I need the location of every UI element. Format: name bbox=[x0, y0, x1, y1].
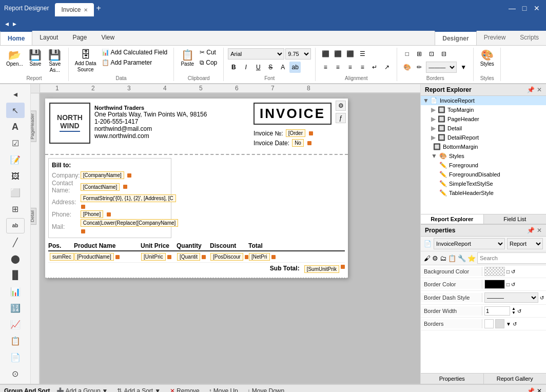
props-tool-star[interactable]: ⭐ bbox=[467, 254, 476, 262]
forward-btn[interactable]: ▸ bbox=[12, 18, 17, 29]
paste-btn[interactable]: 📋 Paste bbox=[178, 48, 197, 68]
props-tool-clipboard[interactable]: 📋 bbox=[448, 254, 456, 262]
minimize-btn[interactable]: — bbox=[507, 3, 517, 13]
borders-btn[interactable]: ↺ bbox=[513, 321, 517, 327]
gsort-close-btn[interactable]: ✕ bbox=[537, 387, 542, 392]
tab-field-list[interactable]: Field List bbox=[484, 214, 547, 224]
outdent-btn[interactable]: ↗ bbox=[381, 62, 393, 73]
borderdash-btn[interactable]: ↺ bbox=[540, 295, 544, 301]
tree-item-pageheader[interactable]: ▶ 🔲 PageHeader bbox=[421, 114, 546, 124]
tab-report-gallery[interactable]: Report Gallery bbox=[484, 374, 547, 384]
gsort-add-sort-btn[interactable]: ⇅ Add a Sort ▼ bbox=[114, 386, 164, 392]
pointer-tool[interactable]: ↖ bbox=[6, 103, 25, 118]
border-dropdown-btn[interactable]: ▼ bbox=[458, 62, 469, 73]
highlight-btn[interactable]: ab bbox=[289, 62, 301, 73]
justify-btn[interactable]: ☰ bbox=[357, 48, 368, 60]
align-top-left-btn[interactable]: ⬛ bbox=[320, 48, 331, 60]
underline-btn[interactable]: U bbox=[252, 62, 264, 73]
rect-tool[interactable]: ⬜ bbox=[6, 185, 25, 201]
italic-btn[interactable]: I bbox=[240, 62, 251, 73]
borderwidth-input[interactable] bbox=[484, 306, 510, 316]
tab-properties[interactable]: Properties bbox=[421, 374, 484, 384]
tab-home[interactable]: Home bbox=[0, 31, 32, 45]
save-btn[interactable]: 💾 Save bbox=[26, 48, 45, 68]
tree-item-foreground[interactable]: ✏️ Foreground bbox=[421, 161, 546, 170]
chart-tool[interactable]: 📊 bbox=[6, 284, 25, 299]
grid-tool[interactable]: ⊞ bbox=[6, 202, 25, 217]
tree-item-root[interactable]: ▼ 📄 InvoiceReport bbox=[421, 96, 546, 105]
tab-designer[interactable]: Designer bbox=[435, 31, 476, 45]
misc-tool[interactable]: ⊙ bbox=[6, 366, 25, 382]
image-tool[interactable]: 🖼 bbox=[6, 168, 25, 184]
add-data-source-btn[interactable]: 🗄 Add DataSource bbox=[73, 48, 99, 74]
bgcolor-btn2[interactable]: ↺ bbox=[511, 269, 515, 275]
explorer-pin-btn[interactable]: 📌 bbox=[527, 86, 535, 93]
line-tool[interactable]: ╱ bbox=[6, 234, 25, 250]
font-size-select[interactable]: 9.75 bbox=[285, 48, 311, 60]
border-style4-btn[interactable]: ⊟ bbox=[438, 48, 450, 60]
barcode-tool[interactable]: ▐▌ bbox=[6, 267, 25, 283]
tree-item-topmargin[interactable]: ▶ 🔲 TopMargin bbox=[421, 105, 546, 114]
align-center-btn[interactable]: ≡ bbox=[332, 62, 343, 73]
bgcolor-btn1[interactable]: □ bbox=[506, 269, 510, 275]
tab-view[interactable]: View bbox=[94, 31, 122, 45]
checkbox-tool[interactable]: ☑ bbox=[6, 135, 25, 151]
border-style2-btn[interactable]: ⊞ bbox=[414, 48, 425, 60]
cut-btn[interactable]: ✂ Cut bbox=[198, 48, 219, 57]
settings-icon-btn[interactable]: ⚙ bbox=[336, 101, 346, 111]
tree-item-detailreport[interactable]: ▶ 🔲 DetailReport bbox=[421, 133, 546, 142]
align-right-btn[interactable]: ≡ bbox=[344, 62, 356, 73]
back-btn[interactable]: ◂ bbox=[4, 18, 10, 29]
bordercolor-btn2[interactable]: ↺ bbox=[511, 282, 515, 287]
props-tool-paint[interactable]: 🖌 bbox=[424, 254, 431, 262]
align-top-center-btn[interactable]: ⬛ bbox=[332, 48, 343, 60]
borderwidth-down[interactable]: ▼ bbox=[512, 311, 516, 315]
collapse-toolbox-btn[interactable]: ◂ bbox=[6, 86, 25, 102]
tree-item-simpletextstyle[interactable]: ✏️ SimpleTextStylSe bbox=[421, 179, 546, 188]
gauge-tool[interactable]: 🔢 bbox=[6, 301, 25, 316]
borders-dropdown[interactable]: ▼ bbox=[506, 321, 511, 327]
bold-btn[interactable]: B bbox=[228, 62, 239, 73]
gsort-pin-btn[interactable]: 📌 bbox=[527, 387, 535, 392]
add-calculated-field-btn[interactable]: 📊 Add Calculated Field bbox=[100, 48, 170, 57]
props-tool-gear[interactable]: ⚙ bbox=[432, 254, 438, 262]
indent-btn[interactable]: ↵ bbox=[369, 62, 380, 73]
tab-scripts[interactable]: Scripts bbox=[513, 31, 546, 45]
save-as-btn[interactable]: 💾 Save As... bbox=[46, 48, 64, 74]
tree-item-tableheaderstyle[interactable]: ✏️ TableHeaderStyle bbox=[421, 188, 546, 198]
props-close-btn[interactable]: ✕ bbox=[537, 227, 542, 234]
new-tab-btn[interactable]: + bbox=[96, 4, 101, 13]
add-parameter-btn[interactable]: 📋 Add Parameter bbox=[100, 58, 170, 67]
pdf-tool[interactable]: 📄 bbox=[6, 350, 25, 365]
styles-btn[interactable]: 🎨 Styles bbox=[478, 48, 496, 68]
invoice-tab[interactable]: Invoice ✕ bbox=[55, 3, 94, 16]
copy-btn[interactable]: ⧉ Cop bbox=[198, 58, 219, 67]
gsort-add-group-btn[interactable]: ➕ Add a Group ▼ bbox=[53, 386, 111, 392]
maximize-btn[interactable]: □ bbox=[519, 3, 530, 13]
border-style-select[interactable]: ——— bbox=[426, 62, 457, 73]
border-color-btn[interactable]: 🎨 bbox=[401, 62, 413, 73]
border-weight-btn[interactable]: ✏ bbox=[414, 62, 425, 73]
align-justify-btn[interactable]: ≡ bbox=[357, 62, 368, 73]
props-type-select[interactable]: Report bbox=[507, 238, 543, 249]
font-name-select[interactable]: Arial bbox=[228, 48, 284, 60]
formula-icon-btn[interactable]: ƒ bbox=[336, 113, 346, 123]
open-btn[interactable]: 📂 Open... bbox=[4, 48, 25, 68]
gsort-move-down-btn[interactable]: ↓ Move Down bbox=[244, 386, 287, 392]
richtext-tool[interactable]: 📝 bbox=[6, 152, 25, 167]
props-search[interactable] bbox=[477, 252, 546, 264]
borderwidth-btn[interactable]: ↺ bbox=[517, 308, 521, 314]
borderdash-select[interactable]: ——— bbox=[484, 292, 538, 303]
text-tool[interactable]: A bbox=[6, 119, 25, 134]
text-field-tool[interactable]: ab bbox=[6, 218, 25, 233]
table-tool[interactable]: 📋 bbox=[6, 334, 25, 349]
gsort-move-up-btn[interactable]: ↑ Move Up bbox=[206, 386, 241, 392]
align-top-right-btn[interactable]: ⬛ bbox=[344, 48, 356, 60]
tab-close-btn[interactable]: ✕ bbox=[84, 7, 88, 13]
tab-layout[interactable]: Layout bbox=[32, 31, 65, 45]
tree-item-foregrounddisabled[interactable]: ✏️ ForegroundDisabled bbox=[421, 170, 546, 179]
font-color-btn[interactable]: A bbox=[277, 62, 288, 73]
tab-page[interactable]: Page bbox=[65, 31, 94, 45]
canvas-scroll[interactable]: ⚙ ƒ PageHeader NORTH bbox=[31, 93, 420, 384]
align-left-btn[interactable]: ≡ bbox=[320, 62, 331, 73]
